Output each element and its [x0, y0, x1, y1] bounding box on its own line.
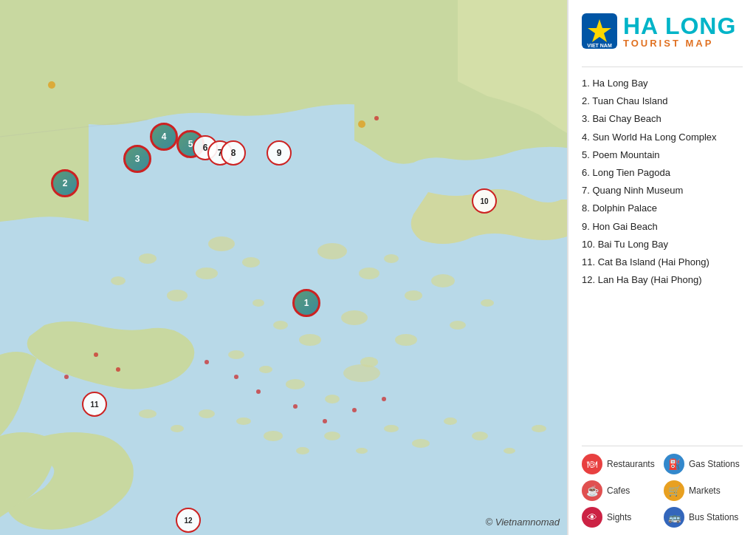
- svg-point-9: [341, 310, 368, 325]
- place-list-item: 1. Ha Long Bay: [582, 75, 743, 92]
- place-list-item: 3. Bai Chay Beach: [582, 110, 743, 128]
- svg-point-30: [324, 432, 340, 440]
- map-area[interactable]: 1 2 3 4 5 6 7 8 9: [0, 0, 567, 535]
- svg-point-49: [48, 81, 55, 89]
- legend-grid: 🍽 Restaurants ⛽ Gas Stations ☕ Cafes 🛒 M…: [582, 454, 743, 528]
- svg-point-2: [242, 257, 260, 268]
- svg-point-4: [317, 243, 347, 259]
- legend-label: Sights: [607, 512, 631, 522]
- svg-text:VIET NAM: VIET NAM: [587, 43, 612, 48]
- svg-point-32: [384, 425, 399, 432]
- legend-label: Bus Stations: [689, 512, 738, 522]
- place-list-item: 5. Poem Mountain: [582, 146, 743, 164]
- title-halong: HA LONG: [623, 14, 736, 38]
- place-list-item: 7. Quang Ninh Museum: [582, 182, 743, 200]
- place-list-item: 4. Sun World Ha Long Complex: [582, 129, 743, 146]
- marker-10[interactable]: 10: [472, 188, 497, 214]
- svg-point-34: [444, 418, 457, 425]
- place-list-item: 2. Tuan Chau Island: [582, 92, 743, 110]
- svg-point-35: [472, 432, 488, 440]
- legend-item-bus-stations: 🚌 Bus Stations: [664, 507, 743, 528]
- title-block: HA LONG TOURIST MAP: [623, 14, 736, 49]
- legend-item-gas-stations: ⛽ Gas Stations: [664, 454, 743, 474]
- place-list-item: 9. Hon Gai Beach: [582, 218, 743, 236]
- legend-item-restaurants: 🍽 Restaurants: [582, 454, 661, 474]
- svg-point-37: [532, 425, 546, 432]
- legend-item-markets: 🛒 Markets: [664, 480, 743, 501]
- svg-point-42: [293, 404, 298, 409]
- marker-11[interactable]: 11: [82, 392, 107, 417]
- svg-point-29: [296, 447, 309, 454]
- copyright-text: © Vietnamnomad: [486, 517, 560, 528]
- marker-3[interactable]: 3: [123, 145, 151, 173]
- svg-point-44: [352, 408, 357, 412]
- svg-point-46: [94, 352, 98, 357]
- marker-9[interactable]: 9: [267, 140, 292, 166]
- svg-point-23: [481, 299, 494, 307]
- legend-icon: 🍽: [582, 454, 602, 474]
- svg-point-38: [343, 364, 380, 382]
- vietnam-logo: VIET NAM: [582, 13, 617, 49]
- svg-point-40: [234, 375, 238, 379]
- svg-point-7: [431, 274, 455, 287]
- legend-icon: 🛒: [664, 480, 684, 501]
- svg-point-16: [228, 350, 244, 359]
- legend-label: Gas Stations: [689, 459, 740, 469]
- marker-12[interactable]: 12: [176, 508, 201, 533]
- divider-top: [582, 67, 743, 67]
- legend-icon: ⛽: [664, 454, 684, 474]
- place-list: 1. Ha Long Bay2. Tuan Chau Island3. Bai …: [582, 75, 743, 289]
- legend-icon: ☕: [582, 480, 602, 501]
- place-list-item: 10. Bai Tu Long Bay: [582, 236, 743, 253]
- svg-point-45: [382, 397, 386, 401]
- svg-point-47: [116, 367, 120, 372]
- svg-point-12: [252, 299, 264, 307]
- legend-icon: 👁: [582, 507, 602, 528]
- svg-point-6: [384, 254, 399, 263]
- place-list-item: 8. Dolphin Palace: [582, 200, 743, 217]
- title-tourist: TOURIST MAP: [623, 38, 736, 49]
- svg-point-3: [196, 268, 218, 279]
- svg-point-1: [208, 236, 235, 251]
- svg-point-21: [395, 334, 417, 346]
- svg-point-18: [286, 379, 305, 389]
- legend-label: Restaurants: [607, 459, 655, 469]
- legend-icon: 🚌: [664, 507, 684, 528]
- svg-point-10: [299, 334, 321, 346]
- svg-point-11: [273, 321, 288, 330]
- legend-section: 🍽 Restaurants ⛽ Gas Stations ☕ Cafes 🛒 M…: [582, 446, 743, 528]
- svg-point-39: [205, 360, 209, 364]
- place-list-item: 6. Long Tien Pagoda: [582, 164, 743, 182]
- svg-point-51: [374, 116, 379, 120]
- logo-area: VIET NAM HA LONG TOURIST MAP: [582, 13, 743, 49]
- place-list-item: 12. Lan Ha Bay (Hai Phong): [582, 271, 743, 289]
- svg-point-41: [256, 389, 261, 394]
- svg-point-33: [412, 439, 430, 448]
- svg-point-31: [356, 448, 368, 454]
- svg-point-14: [111, 276, 126, 285]
- marker-2[interactable]: 2: [51, 169, 79, 197]
- svg-point-27: [236, 418, 251, 425]
- svg-point-36: [504, 448, 515, 454]
- svg-point-17: [259, 366, 272, 373]
- svg-point-15: [167, 290, 188, 301]
- marker-4[interactable]: 4: [150, 123, 178, 151]
- sidebar: VIET NAM HA LONG TOURIST MAP 1. Ha Long …: [567, 0, 756, 535]
- svg-point-22: [450, 321, 466, 330]
- svg-point-50: [358, 120, 365, 128]
- svg-point-43: [323, 419, 327, 423]
- marker-8[interactable]: 8: [221, 140, 246, 166]
- legend-label: Markets: [689, 485, 721, 496]
- svg-point-13: [139, 253, 157, 264]
- svg-point-26: [199, 409, 215, 418]
- marker-1[interactable]: 1: [292, 289, 320, 317]
- svg-point-25: [171, 425, 184, 432]
- svg-point-5: [359, 268, 379, 279]
- map-terrain: [0, 0, 567, 535]
- svg-point-8: [405, 290, 422, 301]
- legend-label: Cafes: [607, 485, 630, 496]
- svg-point-48: [64, 375, 69, 379]
- legend-item-cafes: ☕ Cafes: [582, 480, 661, 501]
- svg-point-19: [325, 395, 340, 403]
- svg-point-28: [264, 431, 283, 441]
